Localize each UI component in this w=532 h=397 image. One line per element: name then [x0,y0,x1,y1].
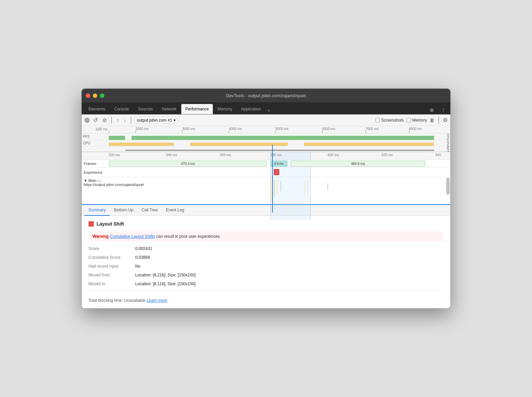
detail-mark-600: 600 ms [328,153,339,157]
maximize-button[interactable] [100,93,104,98]
frame-bar-3-label: 484.6 ms [351,162,365,166]
fps-label: FPS [82,133,109,140]
net-side-text: NET [446,146,450,152]
frames-content[interactable]: 470.4 ms 8.9 ms 484.6 ms [109,160,446,167]
clear-button[interactable]: ⊘ [101,117,108,123]
scrollbar-thumb[interactable] [446,178,450,195]
experience-content[interactable] [109,168,446,177]
moved-from-row: Moved from Location: [8,216], Size: [150… [88,273,444,277]
detail-mark-620: 620 ms [382,153,393,157]
ruler-offset: 1|00 ms [82,126,109,133]
tab-performance[interactable]: Performance [181,104,213,114]
upload-button[interactable]: ↑ [115,118,120,123]
frames-row: Frames 470.4 ms 8.9 ms 484.6 ms [82,160,450,168]
main-label: ▼ Main — https://output.jsbin.com/zajami… [82,177,109,204]
tab-more[interactable]: » [266,107,272,114]
record-button[interactable] [84,118,90,123]
tick-8000 [409,130,409,133]
frames-right [446,160,450,167]
cpu-side-text: CPU [446,140,450,146]
layout-shift-marker[interactable] [274,169,279,175]
cpu-side-label: CPU [442,140,450,146]
window-title: DevTools - output.jsbin.com/zajamil/quie… [226,93,306,98]
moved-from-label: Moved from [88,273,132,277]
vertical-scrollbar[interactable] [446,177,450,204]
screenshots-checkbox-label[interactable]: Screenshots [375,118,404,123]
detail-ruler-marks: 520 ms 540 ms 560 ms 580 ms 600 ms 620 m… [109,152,446,159]
more-options-icon[interactable]: ⋮ [439,106,448,114]
tick-2000 [136,130,136,133]
cumulative-score-label: Cumulative Score [88,255,132,260]
main-task-6 [307,180,308,193]
net-side-label: NET [442,146,450,151]
frame-bar-3: 484.6 ms [291,161,426,167]
tab-call-tree[interactable]: Call Tree [138,205,162,216]
tab-elements[interactable]: Elements [84,104,109,114]
trash-icon[interactable]: 🗑 [430,118,434,123]
ruler-mark-6000: 6000 ms [322,127,335,131]
main-task-5 [304,180,305,197]
tab-summary[interactable]: Summary [84,205,110,216]
net-label [82,146,109,151]
screenshots-checkbox[interactable] [375,118,380,122]
layout-shift-header: Layout Shift [88,221,444,227]
fps-content[interactable] [109,133,442,140]
memory-checkbox[interactable] [407,118,411,122]
main-task-2 [274,180,274,197]
ruler-right-pad [442,126,450,133]
performance-toolbar: ↺ ⊘ ↑ ↓ output.jsbin.com #1 ▾ Screenshot… [82,114,450,126]
total-blocking-row: Total blocking time: Unavailable Learn m… [88,294,444,303]
net-content[interactable] [109,146,442,151]
main-task-4 [281,181,281,191]
tab-bottom-up[interactable]: Bottom-Up [110,205,137,216]
main-content[interactable] [109,177,446,204]
experience-label: Experience [82,168,109,177]
profile-select[interactable]: output.jsbin.com #1 ▾ [135,117,178,124]
tab-event-log[interactable]: Event Log [162,205,188,216]
had-recent-input-value: No [135,264,140,269]
cumulative-score-row: Cumulative Score 0.03889 [88,255,444,260]
fps-row: FPS FPS [82,133,450,140]
tick-4000 [229,130,229,133]
experience-right [446,168,450,177]
moved-to-label: Moved to [88,281,132,286]
minimize-button[interactable] [93,93,97,98]
tab-application[interactable]: Application [237,104,265,114]
close-button[interactable] [86,93,90,98]
detail-mark-640: 640 [435,153,441,157]
reload-button[interactable]: ↺ [92,117,99,123]
cpu-label: CPU [82,140,109,146]
tab-memory[interactable]: Memory [213,104,236,114]
ruler-mark-5000: 5000 ms [275,127,288,131]
nav-tabs: Elements Console Sources Network Perform… [82,102,450,114]
learn-more-link[interactable]: Learn more [146,298,167,303]
total-blocking-text: Total blocking time: Unavailable [88,298,145,303]
cumulative-layout-shifts-link[interactable]: Cumulative Layout Shifts [110,234,155,239]
toolbar-divider-2 [131,117,131,124]
memory-checkbox-label[interactable]: Memory [407,118,427,123]
frame-bar-1: 470.4 ms [109,161,267,167]
cpu-content[interactable] [109,140,442,146]
tab-console[interactable]: Console [110,104,133,114]
download-button[interactable]: ↓ [122,118,127,123]
ruler-start: 1|00 ms [96,127,107,131]
detail-timeline: 520 ms 540 ms 560 ms 580 ms 600 ms 620 m… [82,152,450,205]
settings-icon[interactable]: ⚙ [428,106,436,114]
tab-network[interactable]: Network [158,104,181,114]
detail-ruler-right [446,152,450,159]
perf-settings-icon[interactable]: ⚙ [443,117,448,123]
main-task-7 [328,183,328,190]
fps-side-label: FPS [442,133,450,140]
ruler-mark-2000: 2000 ms [136,127,148,131]
fps-bars [109,136,434,140]
toolbar-divider-3 [438,117,439,124]
warning-banner: Warning Cumulative Layout Shifts can res… [88,231,444,242]
devtools-window: DevTools - output.jsbin.com/zajamil/quie… [81,88,451,309]
ruler-mark-4000: 4000 ms [229,127,242,131]
detail-mark-540: 540 ms [166,153,177,157]
frames-label: Frames [82,160,109,167]
warning-message: can result in poor user experiences. [156,234,221,239]
tab-sources[interactable]: Sources [134,104,157,114]
toolbar-right: Screenshots Memory 🗑 ⚙ [375,117,448,124]
tick-3000 [182,130,182,133]
